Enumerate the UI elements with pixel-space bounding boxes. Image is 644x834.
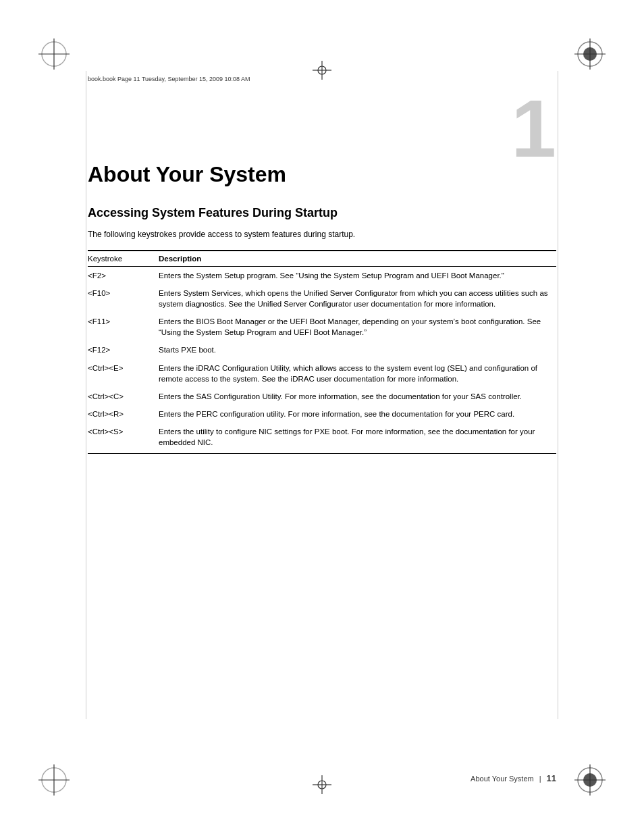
col-header-keystroke: Keystroke (88, 251, 159, 267)
header-bar: book.book Page 11 Tuesday, September 15,… (88, 73, 556, 85)
table-row: <F2>Enters the System Setup program. See… (88, 267, 556, 285)
table-row: <F11>Enters the BIOS Boot Manager or the… (88, 313, 556, 341)
table-row: <F12>Starts PXE boot. (88, 341, 556, 359)
table-row: <Ctrl><S>Enters the utility to configure… (88, 423, 556, 454)
left-border-line (86, 71, 86, 719)
corner-mark-tr (573, 37, 607, 71)
table-cell-description: Enters the System Setup program. See "Us… (159, 267, 556, 285)
table-cell-keystroke: <F12> (88, 341, 159, 359)
col-header-description: Description (159, 251, 556, 267)
right-border-line (558, 71, 558, 719)
footer-page-number: 11 (547, 773, 556, 783)
main-content: About Your System Accessing System Featu… (88, 162, 556, 753)
keystroke-table: Keystroke Description <F2>Enters the Sys… (88, 250, 556, 454)
footer-separator: | (539, 775, 541, 783)
table-cell-description: Enters the BIOS Boot Manager or the UEFI… (159, 313, 556, 341)
table-cell-description: Enters the iDRAC Configuration Utility, … (159, 359, 556, 388)
intro-paragraph: The following keystrokes provide access … (88, 230, 556, 239)
section-title: Accessing System Features During Startup (88, 206, 556, 220)
table-row: <Ctrl><E>Enters the iDRAC Configuration … (88, 359, 556, 388)
header-file-info: book.book Page 11 Tuesday, September 15,… (88, 76, 250, 82)
chapter-number: 1 (511, 88, 556, 169)
corner-mark-br (573, 763, 607, 797)
table-row: <F10>Enters System Services, which opens… (88, 284, 556, 313)
footer-label: About Your System (471, 775, 534, 783)
corner-mark-bl (37, 763, 71, 797)
page: book.book Page 11 Tuesday, September 15,… (0, 0, 644, 834)
table-cell-description: Enters the SAS Configuration Utility. Fo… (159, 388, 556, 405)
corner-mark-tl (37, 37, 71, 71)
table-cell-keystroke: <F2> (88, 267, 159, 285)
table-row: <Ctrl><R>Enters the PERC configuration u… (88, 405, 556, 423)
table-cell-keystroke: <Ctrl><S> (88, 423, 159, 454)
table-cell-description: Enters the utility to configure NIC sett… (159, 423, 556, 454)
table-cell-keystroke: <F11> (88, 313, 159, 341)
table-cell-description: Enters System Services, which opens the … (159, 284, 556, 313)
footer-content: About Your System | 11 (471, 773, 556, 783)
table-cell-keystroke: <Ctrl><C> (88, 388, 159, 405)
chapter-title: About Your System (88, 162, 556, 187)
table-cell-description: Enters the PERC configuration utility. F… (159, 405, 556, 423)
table-cell-description: Starts PXE boot. (159, 341, 556, 359)
table-row: <Ctrl><C>Enters the SAS Configuration Ut… (88, 388, 556, 405)
table-cell-keystroke: <Ctrl><E> (88, 359, 159, 388)
table-cell-keystroke: <Ctrl><R> (88, 405, 159, 423)
footer: About Your System | 11 (88, 773, 556, 783)
table-cell-keystroke: <F10> (88, 284, 159, 313)
